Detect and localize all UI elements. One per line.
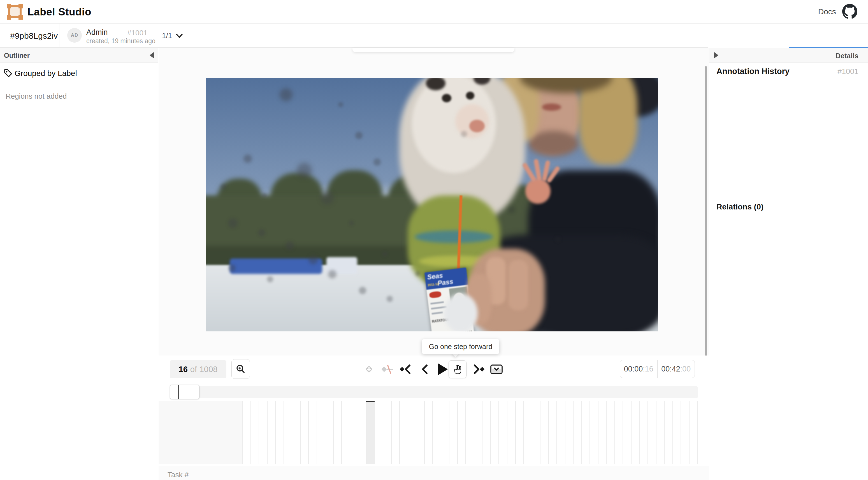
ruler-tick [457,401,466,464]
step-forward-tooltip: Go one step forward [422,339,499,354]
timeline-ruler[interactable] [159,401,709,464]
ruler-tick [375,401,383,464]
lens-dirt-spots [206,78,207,78]
seek-playhead[interactable] [178,385,179,399]
frame-of: of [190,365,197,374]
group-mode-label: Grouped by Label [14,69,77,78]
ruler-tick [449,401,457,464]
task-id: #9pb8Lgs2iv [10,31,58,41]
video-controls: 16 of 1008 [159,356,709,383]
label-studio-logo-icon[interactable] [7,4,23,20]
add-keypoint-button[interactable] [362,362,376,376]
ruler-tick [275,401,283,464]
ruler-tick [673,401,681,464]
ruler-tick [474,401,482,464]
docs-link[interactable]: Docs [818,7,836,16]
ruler-tick [565,401,573,464]
seek-viewport-window[interactable] [170,385,199,399]
ruler-tick [482,401,490,464]
annotation-pagination[interactable]: 1/1 [162,31,172,40]
ruler-tick [606,401,614,464]
details-header: Details [709,48,868,63]
play-button[interactable] [436,362,450,376]
collapse-panel-icon[interactable] [150,52,154,58]
toggle-interpolation-button[interactable] [380,362,395,376]
ruler-tick [681,401,689,464]
annotator-avatar: AD [67,28,82,42]
group-by-label-row[interactable]: Grouped by Label [0,63,158,84]
ruler-tick [656,401,664,464]
total-frames: 1008 [199,365,218,374]
frame-counter-input[interactable]: 16 of 1008 [170,360,226,378]
ruler-tick [441,401,449,464]
ruler-tick [250,401,259,464]
step-backward-button[interactable] [418,362,431,376]
ruler-tick [689,401,698,464]
task-footer-label: Task # [167,471,189,479]
regions-empty-message: Regions not added [6,92,67,101]
ruler-tick [325,401,333,464]
zoom-in-button[interactable] [231,359,250,379]
chevron-down-icon[interactable] [175,32,184,39]
blue-building [230,259,322,274]
badge-logo [429,291,441,298]
ruler-tick [432,401,441,464]
ruler-tick [614,401,623,464]
ruler-left-gutter [159,401,242,464]
opossum-nose [469,120,485,132]
ruler-tick [317,401,325,464]
sweater-stripe [415,231,493,243]
annotation-history-title: Annotation History [716,67,789,76]
ruler-tick [548,401,557,464]
ruler-tick [664,401,673,464]
outliner-panel: Outliner Grouped by Label Regions not ad… [0,48,158,480]
seek-track[interactable] [170,386,698,398]
previous-keypoint-button[interactable] [398,362,413,376]
ruler-tick [623,401,631,464]
ruler-ticks [242,401,698,464]
annotator-name: Admin [86,28,108,37]
ruler-tick [383,401,391,464]
badge-text: Pass [437,277,454,288]
step-forward-button[interactable] [448,360,466,378]
opossum-paw [525,179,551,204]
ruler-tick [556,401,565,464]
app-title: Label Studio [27,6,91,18]
ruler-tick [490,401,499,464]
ruler-tick [532,401,540,464]
next-keypoint-button[interactable] [471,362,486,376]
ruler-tick [308,401,317,464]
white-hut [327,257,357,274]
person-chin-shadow [528,131,579,156]
ruler-tick [598,401,606,464]
annotation-toolbar: #9pb8Lgs2iv AD Admin #1001 created, 19 m… [0,24,868,48]
task-footer: Task # [159,466,709,480]
current-frame: 16 [179,365,188,374]
expand-panel-icon[interactable] [714,52,718,58]
ruler-tick [300,401,308,464]
relations-title: Relations (0) [716,203,764,211]
ruler-tick [581,401,590,464]
ruler-tick [424,401,433,464]
annotation-history-id: #1001 [837,67,859,76]
ruler-tick [639,401,648,464]
ruler-tick [631,401,639,464]
ruler-tick [507,401,515,464]
timeline-collapse-button[interactable] [489,362,504,376]
video-frame[interactable]: Seas Pass 2011-12 RATATOUILLE BOWERS [206,78,658,331]
total-time: 00:42:00 [657,360,695,378]
ruler-tick [391,401,400,464]
ruler-tick [292,401,300,464]
github-icon[interactable] [842,4,857,19]
details-panel: Details Annotation History #1001 Relatio… [709,48,868,480]
zoom-in-icon [236,364,246,374]
outliner-header: Outliner [0,48,158,63]
ruler-tick [465,401,474,464]
opossum-eye [442,94,452,102]
person-finger [508,260,528,310]
label-studio-app: Label Studio Docs #9pb8Lgs2iv AD Admin #… [0,0,868,480]
white-sleeve [444,294,478,331]
annotation-created: created, 19 minutes ago [86,37,155,45]
tag-icon [3,68,13,78]
ruler-tick [358,401,366,464]
